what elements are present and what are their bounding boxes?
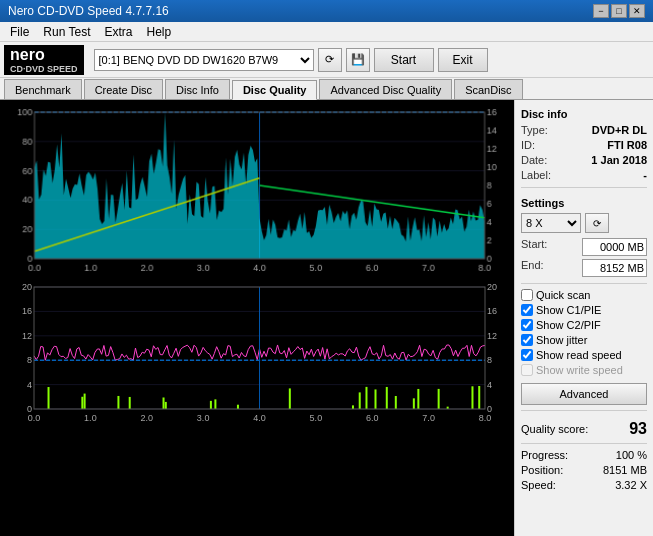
quality-score-value: 93	[629, 420, 647, 438]
save-icon[interactable]: 💾	[346, 48, 370, 72]
start-mb-row: Start:	[521, 238, 647, 256]
tab-bar: Benchmark Create Disc Disc Info Disc Qua…	[0, 78, 653, 100]
start-button[interactable]: Start	[374, 48, 434, 72]
progress-value: 100 %	[616, 449, 647, 461]
start-mb-input[interactable]	[582, 238, 647, 256]
nero-logo: nero CD·DVD SPEED	[4, 45, 84, 75]
quick-scan-label: Quick scan	[536, 289, 590, 301]
chart-area	[0, 100, 514, 536]
show-c2-label: Show C2/PIF	[536, 319, 601, 331]
menu-bar: File Run Test Extra Help	[0, 22, 653, 42]
tab-disc-info[interactable]: Disc Info	[165, 79, 230, 99]
show-c1-row: Show C1/PIE	[521, 304, 647, 316]
disc-label-label: Label:	[521, 169, 551, 181]
position-row: Position: 8151 MB	[521, 464, 647, 476]
quality-score-row: Quality score: 93	[521, 420, 647, 438]
show-c2-checkbox[interactable]	[521, 319, 533, 331]
type-label: Type:	[521, 124, 548, 136]
tab-disc-quality[interactable]: Disc Quality	[232, 80, 318, 100]
divider-4	[521, 443, 647, 444]
divider-3	[521, 410, 647, 411]
tab-advanced-disc-quality[interactable]: Advanced Disc Quality	[319, 79, 452, 99]
show-jitter-label: Show jitter	[536, 334, 587, 346]
show-write-speed-label: Show write speed	[536, 364, 623, 376]
progress-label: Progress:	[521, 449, 568, 461]
logo-text: nero	[10, 46, 45, 63]
menu-run-test[interactable]: Run Test	[37, 24, 96, 40]
speed-refresh-icon[interactable]: ⟳	[585, 213, 609, 233]
speed-label: Speed:	[521, 479, 556, 491]
top-chart	[4, 104, 510, 277]
settings-title: Settings	[521, 197, 647, 209]
tab-scan-disc[interactable]: ScanDisc	[454, 79, 522, 99]
speed-selector[interactable]: 8 X	[521, 213, 581, 233]
logo-subtext: CD·DVD SPEED	[10, 64, 78, 74]
disc-label-row: Label: -	[521, 169, 647, 181]
id-label: ID:	[521, 139, 535, 151]
speed-value: 3.32 X	[615, 479, 647, 491]
refresh-icon[interactable]: ⟳	[318, 48, 342, 72]
id-value: FTI R08	[607, 139, 647, 151]
position-label: Position:	[521, 464, 563, 476]
advanced-button[interactable]: Advanced	[521, 383, 647, 405]
show-write-speed-row: Show write speed	[521, 364, 647, 376]
show-write-speed-checkbox[interactable]	[521, 364, 533, 376]
bottom-chart	[4, 279, 510, 427]
speed-row-2: Speed: 3.32 X	[521, 479, 647, 491]
close-button[interactable]: ✕	[629, 4, 645, 18]
toolbar: nero CD·DVD SPEED [0:1] BENQ DVD DD DW16…	[0, 42, 653, 78]
show-c1-label: Show C1/PIE	[536, 304, 601, 316]
show-jitter-row: Show jitter	[521, 334, 647, 346]
show-read-speed-checkbox[interactable]	[521, 349, 533, 361]
speed-row: 8 X ⟳	[521, 213, 647, 233]
menu-extra[interactable]: Extra	[98, 24, 138, 40]
main-content: Disc info Type: DVD+R DL ID: FTI R08 Dat…	[0, 100, 653, 536]
position-value: 8151 MB	[603, 464, 647, 476]
show-read-speed-row: Show read speed	[521, 349, 647, 361]
menu-file[interactable]: File	[4, 24, 35, 40]
end-mb-input[interactable]	[582, 259, 647, 277]
divider-1	[521, 187, 647, 188]
tab-benchmark[interactable]: Benchmark	[4, 79, 82, 99]
end-mb-label: End:	[521, 259, 544, 277]
title-text: Nero CD-DVD Speed 4.7.7.16	[8, 4, 169, 18]
disc-info-title: Disc info	[521, 108, 647, 120]
disc-type-row: Type: DVD+R DL	[521, 124, 647, 136]
type-value: DVD+R DL	[592, 124, 647, 136]
show-jitter-checkbox[interactable]	[521, 334, 533, 346]
title-bar: Nero CD-DVD Speed 4.7.7.16 − □ ✕	[0, 0, 653, 22]
title-controls: − □ ✕	[593, 4, 645, 18]
show-read-speed-label: Show read speed	[536, 349, 622, 361]
disc-date-row: Date: 1 Jan 2018	[521, 154, 647, 166]
disc-id-row: ID: FTI R08	[521, 139, 647, 151]
date-value: 1 Jan 2018	[591, 154, 647, 166]
menu-help[interactable]: Help	[141, 24, 178, 40]
info-panel: Disc info Type: DVD+R DL ID: FTI R08 Dat…	[514, 100, 653, 536]
drive-selector[interactable]: [0:1] BENQ DVD DD DW1620 B7W9	[94, 49, 314, 71]
show-c2-row: Show C2/PIF	[521, 319, 647, 331]
minimize-button[interactable]: −	[593, 4, 609, 18]
date-label: Date:	[521, 154, 547, 166]
quick-scan-checkbox[interactable]	[521, 289, 533, 301]
start-mb-label: Start:	[521, 238, 547, 256]
tab-create-disc[interactable]: Create Disc	[84, 79, 163, 99]
disc-label-value: -	[643, 169, 647, 181]
maximize-button[interactable]: □	[611, 4, 627, 18]
progress-row: Progress: 100 %	[521, 449, 647, 461]
exit-button[interactable]: Exit	[438, 48, 488, 72]
quick-scan-row: Quick scan	[521, 289, 647, 301]
show-c1-checkbox[interactable]	[521, 304, 533, 316]
divider-2	[521, 283, 647, 284]
end-mb-row: End:	[521, 259, 647, 277]
quality-score-label: Quality score:	[521, 423, 588, 435]
